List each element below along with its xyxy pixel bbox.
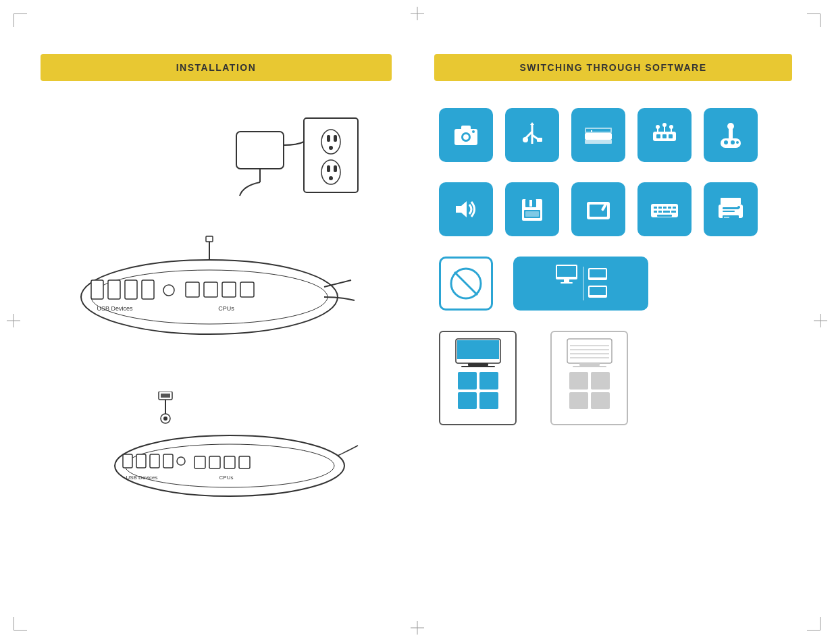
svg-marker-62: [530, 122, 534, 125]
svg-rect-87: [529, 200, 532, 207]
svg-point-18: [329, 176, 333, 180]
switching-header-label: SWITCHING THROUGH SOFTWARE: [520, 62, 707, 73]
svg-rect-8: [236, 132, 284, 169]
svg-point-74: [669, 125, 673, 129]
icon-row-2: [439, 182, 758, 236]
svg-rect-89: [525, 211, 539, 217]
svg-rect-120: [590, 287, 606, 295]
svg-rect-17: [334, 165, 337, 172]
svg-rect-77: [669, 134, 673, 138]
svg-rect-124: [461, 366, 495, 367]
installation-header-label: INSTALLATION: [176, 62, 257, 73]
crosshair-top: [411, 7, 424, 23]
svg-text:USB Devices: USB Devices: [126, 475, 157, 481]
svg-point-82: [731, 140, 735, 144]
icon-row-3: [439, 257, 758, 311]
svg-rect-61: [537, 138, 542, 142]
svg-rect-23: [125, 280, 137, 299]
svg-rect-24: [142, 280, 154, 299]
usb-cable-diagram: USB Devices CPUs: [95, 392, 365, 509]
svg-rect-55: [461, 126, 471, 130]
svg-rect-66: [591, 130, 592, 132]
svg-point-60: [523, 137, 528, 142]
svg-point-72: [656, 125, 660, 129]
svg-point-14: [329, 146, 333, 150]
svg-rect-41: [123, 454, 132, 468]
no-signal-icon-box: [439, 257, 493, 311]
pen-tablet-icon-box: [571, 182, 625, 236]
switching-section: [439, 108, 758, 425]
svg-rect-94: [654, 207, 657, 209]
svg-rect-29: [240, 282, 254, 297]
scanner-icon-box: [571, 108, 625, 162]
svg-rect-107: [723, 211, 735, 212]
switching-header: SWITCHING THROUGH SOFTWARE: [434, 54, 792, 81]
crosshair-left: [7, 314, 20, 330]
svg-rect-100: [658, 211, 662, 213]
joystick-icon-box: [704, 108, 758, 162]
svg-rect-35: [161, 394, 170, 398]
svg-rect-22: [108, 280, 120, 299]
svg-rect-63: [585, 133, 612, 140]
svg-rect-131: [573, 366, 606, 367]
corner-mark-bl: [14, 617, 27, 630]
corner-mark-br: [807, 617, 820, 630]
crosshair-right: [814, 314, 827, 330]
svg-rect-118: [590, 269, 606, 277]
svg-rect-130: [579, 363, 600, 366]
svg-rect-12: [327, 135, 330, 142]
svg-rect-97: [668, 207, 671, 209]
svg-rect-44: [163, 454, 173, 468]
outlet-diagram: [216, 98, 365, 209]
app-inactive-icon: [550, 331, 628, 425]
svg-rect-28: [222, 282, 236, 297]
svg-rect-116: [561, 282, 573, 284]
icon-row-4: [439, 331, 758, 425]
svg-rect-95: [658, 207, 662, 209]
svg-rect-99: [654, 211, 657, 213]
printer-icon-box: [704, 182, 758, 236]
svg-rect-21: [91, 280, 103, 299]
svg-point-80: [727, 123, 734, 130]
svg-rect-125: [567, 339, 612, 363]
svg-rect-67: [585, 140, 612, 144]
svg-point-45: [177, 457, 185, 465]
svg-rect-75: [656, 134, 660, 138]
svg-point-11: [321, 130, 340, 154]
svg-rect-103: [657, 215, 672, 217]
corner-mark-tl: [14, 14, 27, 27]
svg-point-73: [662, 123, 667, 127]
svg-point-56: [472, 130, 475, 133]
svg-point-83: [736, 141, 739, 144]
svg-rect-104: [721, 198, 741, 205]
svg-rect-48: [224, 456, 235, 468]
svg-rect-49: [239, 456, 250, 468]
svg-rect-102: [671, 211, 676, 213]
svg-point-38: [163, 417, 167, 421]
floppy-icon-box: [505, 182, 559, 236]
svg-rect-42: [136, 454, 146, 468]
svg-point-110: [737, 206, 740, 209]
svg-rect-33: [206, 236, 213, 242]
svg-rect-114: [557, 266, 576, 277]
svg-rect-98: [673, 207, 676, 209]
svg-point-81: [724, 140, 728, 144]
svg-rect-115: [564, 279, 569, 282]
audio-icon-box: [439, 182, 493, 236]
svg-rect-65: [586, 129, 610, 132]
svg-rect-76: [662, 134, 667, 138]
svg-rect-13: [334, 135, 337, 142]
keyboard-icon-box: [637, 182, 692, 236]
usb-icon-box: [505, 108, 559, 162]
svg-rect-46: [194, 456, 205, 468]
svg-line-112: [454, 272, 477, 295]
svg-rect-43: [150, 454, 159, 468]
icon-row-1: [439, 108, 758, 162]
crosshair-bottom: [411, 621, 424, 637]
svg-rect-47: [209, 456, 220, 468]
svg-rect-27: [204, 282, 217, 297]
svg-rect-26: [186, 282, 199, 297]
svg-text:CPUs: CPUs: [219, 475, 234, 481]
multi-screen-icon-box: [513, 257, 648, 311]
corner-mark-tr: [807, 14, 820, 27]
